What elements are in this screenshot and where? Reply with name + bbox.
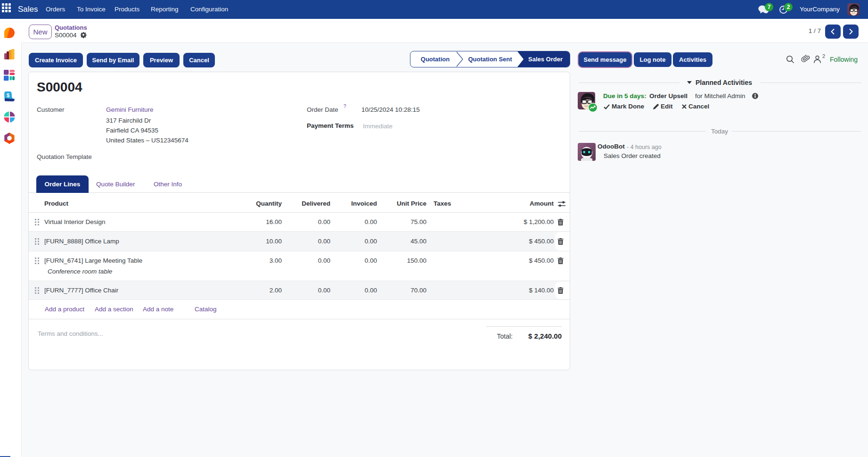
- svg-text:$: $: [7, 92, 9, 98]
